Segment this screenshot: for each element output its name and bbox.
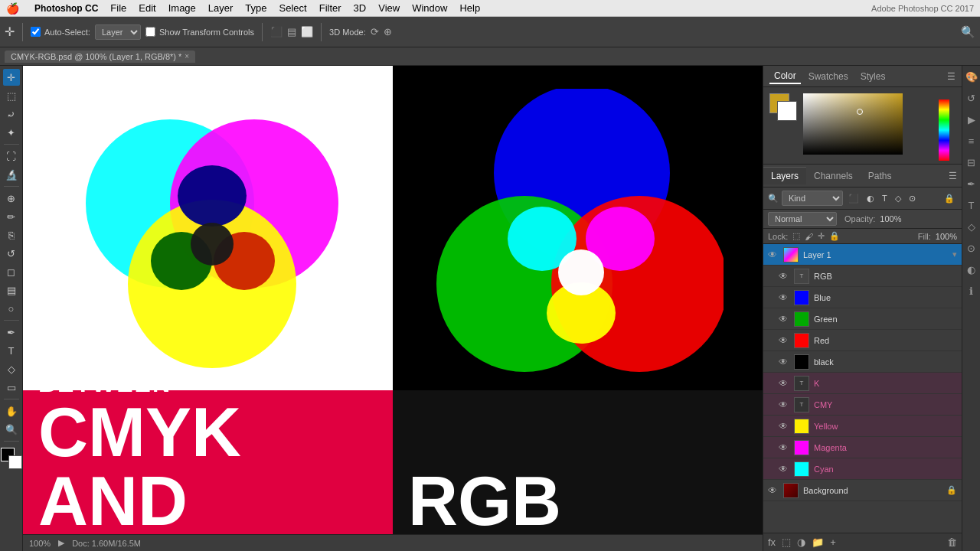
brush-tool[interactable]: ✏ xyxy=(3,208,20,225)
menu-edit[interactable]: Edit xyxy=(139,2,155,14)
layers-panel-menu-icon[interactable]: ☰ xyxy=(949,171,957,181)
layer-item[interactable]: 👁 Green xyxy=(763,308,962,330)
panel-icon-color[interactable]: 🎨 xyxy=(964,69,979,84)
move-tool[interactable]: ✛ xyxy=(3,69,20,86)
3d-rotate-icon[interactable]: ⟳ xyxy=(371,26,379,37)
type-filter-icon[interactable]: T xyxy=(880,193,890,204)
lock-position-icon[interactable]: ✛ xyxy=(818,231,825,241)
pen-tool[interactable]: ✒ xyxy=(3,324,20,341)
blend-mode-select[interactable]: Normal Multiply Screen Overlay xyxy=(768,212,837,226)
visibility-eye[interactable]: 👁 xyxy=(779,464,791,474)
magic-wand-tool[interactable]: ✦ xyxy=(3,124,20,141)
background-color[interactable] xyxy=(8,455,22,469)
add-mask-button[interactable]: ⬚ xyxy=(782,536,791,548)
layer-item[interactable]: 👁 Layer 1 ▾ xyxy=(763,244,962,266)
panel-menu-icon[interactable]: ☰ xyxy=(947,71,956,82)
panel-icon-paths[interactable]: ✒ xyxy=(964,176,979,191)
menu-type[interactable]: Type xyxy=(245,2,266,14)
hue-strip[interactable] xyxy=(939,99,949,161)
close-tab-button[interactable]: × xyxy=(185,52,189,60)
menu-3d[interactable]: 3D xyxy=(354,2,367,14)
styles-tab[interactable]: Styles xyxy=(856,70,890,83)
layer-item[interactable]: 👁 T RGB xyxy=(763,266,962,287)
paths-tab[interactable]: Paths xyxy=(861,168,900,184)
eraser-tool[interactable]: ◻ xyxy=(3,263,20,280)
layer-item[interactable]: 👁 black xyxy=(763,351,962,373)
color-gradient[interactable] xyxy=(803,93,903,155)
add-layer-button[interactable]: + xyxy=(830,536,836,548)
panel-icon-adjustments[interactable]: ◐ xyxy=(964,262,979,277)
dodge-tool[interactable]: ○ xyxy=(3,300,20,317)
smart-filter-icon[interactable]: ⊙ xyxy=(906,193,918,204)
swatches-tab[interactable]: Swatches xyxy=(804,70,853,83)
visibility-eye[interactable]: 👁 xyxy=(779,357,791,367)
add-group-button[interactable]: 📁 xyxy=(812,536,824,548)
align-top-icon[interactable]: ⬛ xyxy=(270,26,283,37)
zoom-tool[interactable]: 🔍 xyxy=(3,421,20,438)
panel-icon-info[interactable]: ℹ xyxy=(964,283,979,298)
panel-icon-history[interactable]: ↺ xyxy=(964,90,979,106)
search-icon[interactable]: 🔍 xyxy=(961,25,975,39)
marquee-tool[interactable]: ⬚ xyxy=(3,87,20,104)
layer-item[interactable]: 👁 T K xyxy=(763,373,962,394)
type-tool[interactable]: T xyxy=(3,342,20,359)
3d-pan-icon[interactable]: ⊕ xyxy=(384,26,392,37)
panel-icon-layers[interactable]: ≡ xyxy=(964,133,979,148)
panel-icon-styles[interactable]: ⊙ xyxy=(964,240,979,256)
visibility-eye[interactable]: 👁 xyxy=(768,485,780,496)
history-tool[interactable]: ↺ xyxy=(3,245,20,262)
menu-select[interactable]: Select xyxy=(279,2,307,14)
gradient-tool[interactable]: ▤ xyxy=(3,282,20,298)
visibility-eye[interactable]: 👁 xyxy=(779,335,791,346)
pixel-filter-icon[interactable]: ⬛ xyxy=(846,193,861,204)
auto-select-select[interactable]: Layer Group xyxy=(95,24,141,40)
visibility-eye[interactable]: 👁 xyxy=(779,399,791,410)
layers-tab[interactable]: Layers xyxy=(763,167,806,184)
spot-heal-tool[interactable]: ⊕ xyxy=(3,190,20,207)
apple-menu[interactable]: 🍎 xyxy=(6,2,19,15)
fg-bg-swatch[interactable] xyxy=(1,448,22,469)
auto-select-checkbox[interactable] xyxy=(31,27,41,37)
crop-tool[interactable]: ⛶ xyxy=(3,148,20,165)
add-adjustment-button[interactable]: ◑ xyxy=(797,536,805,548)
visibility-eye[interactable]: 👁 xyxy=(779,442,791,453)
visibility-eye[interactable]: 👁 xyxy=(779,314,791,324)
document-tab[interactable]: CMYK-RGB.psd @ 100% (Layer 1, RGB/8*) * … xyxy=(5,51,195,63)
stamp-tool[interactable]: ⎘ xyxy=(3,227,20,243)
panel-icon-type[interactable]: T xyxy=(964,197,979,213)
show-transform-checkbox[interactable] xyxy=(145,27,155,37)
layer-item[interactable]: 👁 Magenta xyxy=(763,437,962,458)
visibility-eye[interactable]: 👁 xyxy=(779,292,791,303)
visibility-eye[interactable]: 👁 xyxy=(779,378,791,389)
visibility-eye[interactable]: 👁 xyxy=(779,271,791,282)
layer-item[interactable]: 👁 T CMY xyxy=(763,394,962,416)
lock-image-icon[interactable]: 🖌 xyxy=(805,232,813,241)
lock-all-icon[interactable]: 🔒 xyxy=(829,231,840,241)
menu-help[interactable]: Help xyxy=(459,2,480,14)
menu-file[interactable]: File xyxy=(110,2,126,14)
eyedropper-tool[interactable]: 🔬 xyxy=(3,166,20,183)
visibility-eye[interactable]: 👁 xyxy=(768,249,780,260)
visibility-eye[interactable]: 👁 xyxy=(779,421,791,432)
adjustment-filter-icon[interactable]: ◐ xyxy=(864,193,877,204)
menu-layer[interactable]: Layer xyxy=(208,2,234,14)
path-tool[interactable]: ◇ xyxy=(3,360,20,377)
shape-filter-icon[interactable]: ◇ xyxy=(893,193,903,204)
menu-view[interactable]: View xyxy=(378,2,400,14)
hand-tool[interactable]: ✋ xyxy=(3,403,20,419)
layer-item[interactable]: 👁 Red xyxy=(763,330,962,351)
menu-window[interactable]: Window xyxy=(412,2,447,14)
kind-filter-select[interactable]: Kind Name Effect xyxy=(782,191,843,206)
layer-item[interactable]: 👁 Background 🔒 xyxy=(763,480,962,501)
menu-image[interactable]: Image xyxy=(168,2,196,14)
background-swatch[interactable] xyxy=(777,101,797,121)
color-tab[interactable]: Color xyxy=(769,69,801,84)
layer-item[interactable]: 👁 Yellow xyxy=(763,416,962,437)
align-bottom-icon[interactable]: ⬜ xyxy=(301,26,313,37)
layer-filter-lock-icon[interactable]: 🔒 xyxy=(942,193,957,204)
move-tool-icon[interactable]: ✛ xyxy=(5,24,15,39)
align-middle-icon[interactable]: ▤ xyxy=(287,26,296,37)
channels-tab[interactable]: Channels xyxy=(806,168,861,184)
delete-layer-button[interactable]: 🗑 xyxy=(947,536,957,548)
layer-item[interactable]: 👁 Blue xyxy=(763,287,962,308)
